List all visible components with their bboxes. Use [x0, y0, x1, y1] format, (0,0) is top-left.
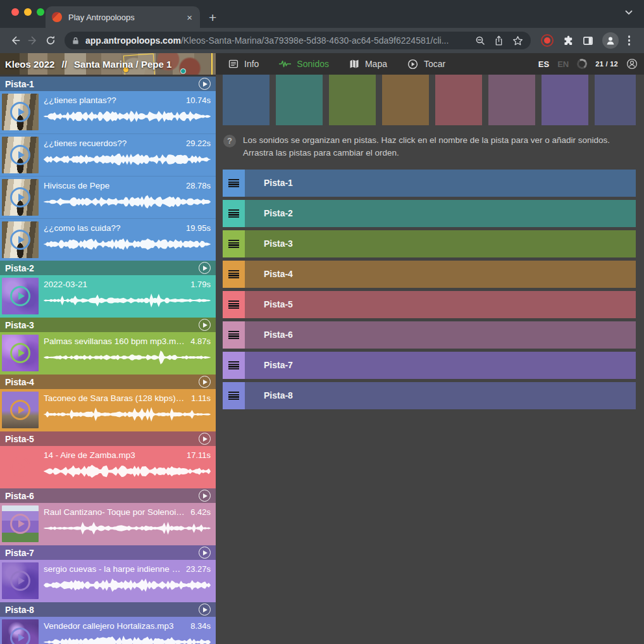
track-color-square[interactable]: [488, 75, 535, 125]
track-row-body[interactable]: Pista-2: [245, 200, 636, 227]
waveform[interactable]: [44, 406, 211, 423]
nav-info[interactable]: Info: [228, 59, 259, 69]
clip-thumbnail[interactable]: [2, 137, 39, 173]
drag-handle[interactable]: [223, 321, 245, 349]
track-color-square[interactable]: [382, 75, 429, 125]
audio-clip[interactable]: 14 - Aire de Zamba.mp3 17.11s: [0, 446, 216, 488]
audio-clip[interactable]: sergio cuevas - la harpe indienne - 03 -…: [0, 560, 216, 602]
clip-thumbnail[interactable]: [2, 94, 39, 130]
track-row-body[interactable]: Pista-5: [245, 291, 636, 318]
waveform[interactable]: [44, 634, 211, 644]
track-play-button[interactable]: [199, 319, 211, 331]
track-header[interactable]: Pista-1: [0, 77, 216, 91]
track-header[interactable]: Pista-8: [0, 602, 216, 617]
audio-clip[interactable]: Palmas sevillanas 160 bpm mp3.mp3 4.87s: [0, 332, 216, 375]
nav-mapa[interactable]: Mapa: [349, 59, 387, 69]
clip-thumbnail[interactable]: [2, 278, 39, 314]
track-row[interactable]: Pista-1: [223, 170, 636, 197]
track-color-square[interactable]: [329, 75, 376, 125]
record-extension-icon[interactable]: [541, 34, 554, 47]
track-header[interactable]: Pista-5: [0, 431, 216, 446]
minimize-window-button[interactable]: [24, 8, 32, 16]
audio-clip[interactable]: ¿¿como las cuida?? 19.95s: [0, 218, 216, 261]
track-row-body[interactable]: Pista-3: [245, 230, 636, 257]
track-header[interactable]: Pista-2: [0, 261, 216, 275]
track-color-square[interactable]: [223, 75, 269, 125]
drag-handle[interactable]: [223, 261, 245, 288]
tab-search-chevron-icon[interactable]: [625, 10, 633, 15]
track-play-button[interactable]: [199, 78, 211, 90]
browser-menu-icon[interactable]: [628, 39, 631, 42]
waveform[interactable]: [44, 108, 211, 125]
zoom-window-button[interactable]: [37, 8, 44, 16]
track-color-square[interactable]: [542, 75, 588, 125]
track-color-square[interactable]: [276, 75, 323, 125]
track-row[interactable]: Pista-7: [223, 352, 636, 379]
map-thumbnail[interactable]: Kleos 2022 // Santa Marina / Pepe 1: [0, 53, 216, 75]
reload-button[interactable]: [42, 32, 59, 49]
track-header[interactable]: Pista-4: [0, 375, 216, 389]
waveform[interactable]: [44, 236, 211, 252]
close-window-button[interactable]: [11, 8, 19, 16]
track-play-button[interactable]: [199, 604, 211, 616]
audio-clip[interactable]: ¿¿tienes recuerdos?? 29.22s: [0, 133, 216, 176]
side-panel-icon[interactable]: [583, 35, 593, 46]
new-tab-button[interactable]: +: [209, 11, 216, 24]
clip-play-icon[interactable]: [10, 145, 30, 165]
drag-handle[interactable]: [223, 352, 245, 379]
drag-handle[interactable]: [223, 230, 245, 257]
track-row[interactable]: Pista-5: [223, 291, 636, 318]
track-row-body[interactable]: Pista-4: [245, 261, 636, 288]
account-icon[interactable]: [626, 58, 638, 70]
audio-clip[interactable]: ¿¿tienes plantas?? 10.74s: [0, 91, 216, 133]
audio-clip[interactable]: Raul Cantizano- Toque por Solenoide.mp3 …: [0, 503, 216, 545]
address-bar[interactable]: app.antropoloops.com /Kleos-Santa-Marina…: [65, 32, 531, 49]
tab-close-icon[interactable]: ×: [185, 12, 194, 23]
waveform[interactable]: [44, 194, 211, 210]
drag-handle[interactable]: [223, 382, 245, 409]
track-play-button[interactable]: [199, 376, 211, 388]
clip-play-icon[interactable]: [10, 187, 30, 207]
clip-thumbnail[interactable]: [2, 619, 39, 644]
drag-handle[interactable]: [223, 291, 245, 318]
clip-play-icon[interactable]: [10, 514, 30, 534]
audio-clip[interactable]: Vendedor callejero Hortalizas.mp3 8.34s: [0, 617, 216, 644]
extensions-puzzle-icon[interactable]: [563, 35, 574, 46]
clip-thumbnail[interactable]: [2, 449, 39, 485]
lock-icon[interactable]: [72, 37, 79, 45]
waveform[interactable]: [44, 463, 211, 480]
clip-thumbnail[interactable]: [2, 505, 39, 542]
waveform[interactable]: [44, 292, 211, 309]
clip-thumbnail[interactable]: [2, 392, 39, 428]
track-color-square[interactable]: [435, 75, 482, 125]
nav-sonidos[interactable]: Sonidos: [279, 59, 329, 69]
track-play-button[interactable]: [199, 433, 211, 445]
clip-play-icon[interactable]: [10, 400, 30, 420]
track-row-body[interactable]: Pista-1: [245, 170, 636, 197]
track-row[interactable]: Pista-6: [223, 321, 636, 349]
waveform[interactable]: [44, 349, 211, 366]
track-row[interactable]: Pista-3: [223, 230, 636, 257]
browser-profile-avatar[interactable]: [602, 32, 619, 49]
clip-play-icon[interactable]: [10, 571, 30, 591]
track-header[interactable]: Pista-7: [0, 545, 216, 560]
waveform[interactable]: [44, 577, 211, 593]
clip-thumbnail[interactable]: [2, 335, 39, 371]
bookmark-star-icon[interactable]: [512, 35, 523, 46]
track-row-body[interactable]: Pista-8: [245, 382, 636, 409]
track-play-button[interactable]: [199, 490, 211, 502]
zoom-out-icon[interactable]: [475, 35, 485, 46]
audio-clip[interactable]: Hiviscus de Pepe 28.78s: [0, 176, 216, 218]
clip-play-icon[interactable]: [10, 102, 30, 122]
clip-thumbnail[interactable]: [2, 221, 39, 258]
track-header[interactable]: Pista-6: [0, 488, 216, 503]
back-button[interactable]: [6, 32, 24, 49]
audio-clip[interactable]: Taconeo de Sara Baras (128 kbps).mp3 1.1…: [0, 389, 216, 431]
lang-es-button[interactable]: ES: [538, 59, 549, 69]
track-row-body[interactable]: Pista-7: [245, 352, 636, 379]
clip-play-icon[interactable]: [10, 286, 30, 306]
waveform[interactable]: [44, 151, 211, 168]
nav-tocar[interactable]: Tocar: [407, 59, 445, 70]
track-row[interactable]: Pista-4: [223, 261, 636, 288]
track-row[interactable]: Pista-2: [223, 200, 636, 227]
